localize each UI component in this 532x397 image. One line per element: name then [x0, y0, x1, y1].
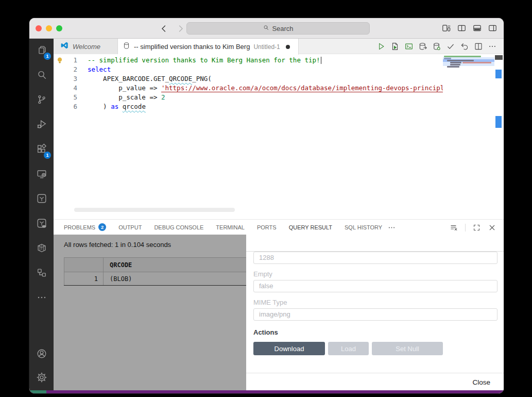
maximize-panel-icon[interactable] — [472, 223, 481, 232]
query-result-area: All rows fetched: 1 in 0.104 seconds QRC… — [54, 235, 246, 390]
code-line[interactable]: 5 p_scale => 2 — [54, 93, 443, 102]
activity-item-dbtools-cloud[interactable] — [29, 212, 54, 237]
field-value-mime-type[interactable]: image/png — [253, 308, 497, 321]
code-editor[interactable]: 1-- simplified version thanks to Kim Ber… — [54, 54, 504, 219]
download-button[interactable]: Download — [253, 342, 325, 355]
field-value-size[interactable]: 1288 — [253, 252, 497, 264]
debug-icon — [36, 119, 47, 132]
activity-item-extensions[interactable]: 1 — [29, 138, 54, 162]
search-icon — [36, 69, 47, 82]
panel-tab-query-result[interactable]: QUERY RESULT — [289, 220, 332, 235]
panel-tab-problems[interactable]: PROBLEMS2 — [64, 220, 106, 235]
activity-item-account[interactable] — [29, 343, 54, 367]
line-number: 1 — [54, 56, 77, 65]
split-editor-icon[interactable] — [474, 42, 483, 51]
load-button[interactable]: Load — [328, 342, 369, 355]
code-line[interactable]: 2select — [54, 65, 443, 74]
code-line[interactable]: 6 ) as qrcode — [54, 102, 443, 111]
tab-welcome-label: Welcome — [73, 43, 100, 51]
divider — [465, 224, 466, 231]
line-number: 5 — [54, 93, 77, 102]
run-file-icon[interactable] — [390, 42, 400, 51]
container-icon — [36, 242, 47, 256]
tab-untitled-1[interactable]: -- simplified version thanks to Kim Berg… — [118, 39, 299, 55]
activity-item-debug[interactable] — [29, 113, 54, 138]
line-content: APEX_BARCODE.GET_QRCODE_PNG( — [77, 74, 212, 84]
more-icon[interactable] — [488, 42, 497, 51]
tab-filename: Untitled-1 — [253, 43, 280, 51]
blob-viewer-dialog: 1288EmptyfalseMIME Typeimage/png Actions… — [246, 235, 504, 390]
activity-item-more[interactable] — [29, 286, 54, 311]
editor-scrollbar[interactable] — [495, 55, 503, 60]
line-number: 4 — [54, 84, 77, 93]
activity-item-links[interactable] — [29, 261, 54, 286]
split-view-icon[interactable] — [457, 23, 467, 33]
run-icon[interactable] — [376, 42, 386, 51]
clear-output-icon[interactable] — [450, 223, 458, 232]
activity-item-container[interactable] — [29, 237, 54, 261]
dialog-divider-bottom — [246, 373, 504, 373]
tab-title: -- simplified version thanks to Kim Berg — [134, 43, 250, 51]
forward-icon[interactable] — [176, 24, 185, 34]
activity-item-remote[interactable] — [29, 162, 54, 187]
bottom-panel-icon[interactable] — [472, 23, 482, 33]
workbench: Welcome -- simplified version thanks to … — [54, 39, 504, 390]
line-content: select — [77, 65, 111, 74]
search-icon — [263, 24, 269, 33]
panel-tab-terminal[interactable]: TERMINAL — [216, 220, 245, 235]
run-terminal-icon[interactable] — [404, 42, 414, 51]
unsaved-changes-indicator[interactable] — [286, 45, 290, 49]
modal-backdrop — [54, 235, 246, 390]
activity-item-source-control[interactable] — [29, 88, 54, 113]
code-line[interactable]: 4 p_value => 'https://www.oracle.com/a/o… — [54, 84, 443, 93]
panel-tab-ports[interactable]: PORTS — [257, 220, 277, 235]
problems-badge: 2 — [98, 223, 106, 231]
activity-badge: 1 — [44, 152, 51, 159]
back-icon[interactable] — [159, 24, 169, 34]
undo-icon[interactable] — [460, 42, 469, 51]
field-value-empty[interactable]: false — [253, 280, 497, 292]
activity-item-dbtools[interactable] — [29, 187, 54, 212]
check-icon[interactable] — [446, 42, 455, 51]
close-window-button[interactable] — [36, 25, 42, 31]
tab-overview-icon[interactable] — [441, 23, 451, 33]
field-label-empty: Empty — [253, 270, 497, 278]
line-content: -- simplified version thanks to Kim Berg… — [77, 56, 321, 65]
minimize-window-button[interactable] — [46, 25, 52, 31]
tab-welcome[interactable]: Welcome — [54, 39, 118, 54]
settings-icon — [36, 372, 47, 385]
line-number: 2 — [54, 65, 77, 74]
panel-tab-sql-history[interactable]: SQL HISTORY — [345, 220, 382, 235]
right-panel-icon[interactable] — [488, 23, 497, 33]
activity-item-settings[interactable] — [29, 367, 54, 390]
code-lines[interactable]: 1-- simplified version thanks to Kim Ber… — [54, 56, 443, 219]
set-null-button[interactable]: Set Null — [372, 342, 443, 355]
panel-tab-output[interactable]: OUTPUT — [118, 220, 142, 235]
editor-horizontal-scrollbar[interactable] — [74, 208, 235, 212]
search-placeholder: Search — [272, 25, 293, 32]
connect-database-icon[interactable] — [432, 42, 441, 51]
line-content: p_value => 'https://www.oracle.com/a/oco… — [77, 84, 443, 93]
actions-heading: Actions — [253, 328, 443, 337]
close-panel-icon[interactable] — [488, 223, 496, 232]
editor-tab-bar: Welcome -- simplified version thanks to … — [54, 39, 504, 54]
minimap[interactable] — [443, 54, 494, 219]
blob-properties-form: 1288EmptyfalseMIME Typeimage/png — [253, 252, 497, 321]
activity-item-search[interactable] — [29, 63, 54, 88]
search-input[interactable]: Search — [186, 22, 370, 35]
export-database-icon[interactable] — [418, 42, 427, 51]
code-line[interactable]: 1-- simplified version thanks to Kim Ber… — [54, 56, 443, 65]
activity-item-files[interactable]: 1 — [29, 39, 54, 63]
panel-more-icon[interactable] — [387, 223, 396, 232]
text-cursor — [321, 57, 322, 64]
panel-actions — [450, 220, 496, 235]
status-bar — [29, 390, 504, 393]
code-line[interactable]: 3 APEX_BARCODE.GET_QRCODE_PNG( — [54, 74, 443, 84]
zoom-window-button[interactable] — [56, 25, 62, 31]
remote-indicator[interactable] — [29, 390, 46, 393]
dialog-actions: Actions DownloadLoadSet Null — [253, 328, 443, 355]
close-dialog-button[interactable]: Close — [469, 378, 493, 387]
remote-icon — [36, 168, 47, 181]
panel-tab-debug-console[interactable]: DEBUG CONSOLE — [154, 220, 203, 235]
panel-header: PROBLEMS2OUTPUTDEBUG CONSOLETERMINALPORT… — [54, 219, 504, 235]
